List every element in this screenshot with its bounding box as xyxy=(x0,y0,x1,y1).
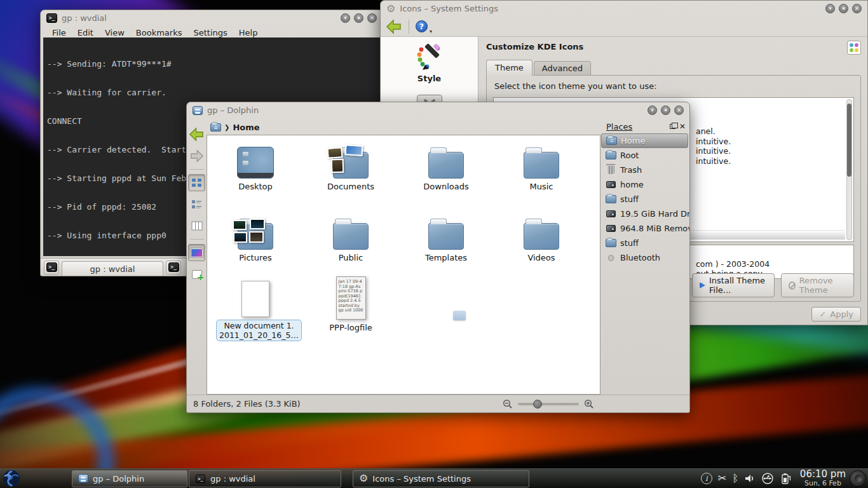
menu-bookmarks[interactable]: Bookmarks xyxy=(131,27,187,38)
minimize-button[interactable] xyxy=(825,4,835,13)
preview-toggle-button[interactable] xyxy=(188,244,205,261)
scrollbar-thumb[interactable] xyxy=(847,104,851,177)
minimize-button[interactable] xyxy=(648,105,657,115)
place-item-hard-drive[interactable]: 19.5 GiB Hard Drive xyxy=(601,207,688,221)
tab-advanced[interactable]: Advanced xyxy=(534,61,591,76)
panel-toolbox-cashew[interactable] xyxy=(850,470,866,487)
zoom-out-icon[interactable] xyxy=(503,399,513,409)
place-item-home[interactable]: Home xyxy=(601,133,688,148)
task-dolphin[interactable]: gp – Dolphin xyxy=(72,470,187,487)
panel-clock[interactable]: 06:10 pm Sun, 6 Feb xyxy=(796,469,850,488)
forward-button[interactable] xyxy=(188,147,205,165)
overview-grid-icon[interactable] xyxy=(847,41,861,55)
icons-view-button[interactable] xyxy=(188,174,205,191)
zoom-slider-handle[interactable] xyxy=(533,400,542,409)
maximize-button[interactable] xyxy=(661,105,670,115)
folder-icon xyxy=(606,239,616,247)
columns-view-button[interactable] xyxy=(188,217,205,234)
folder-label: Templates xyxy=(407,253,485,262)
close-button[interactable] xyxy=(852,4,862,13)
terminal-line: --> Waiting for carrier. xyxy=(47,88,376,97)
folder-label: Music xyxy=(502,182,581,191)
folder-item[interactable]: Desktop xyxy=(216,140,295,191)
install-theme-label: Install Theme File... xyxy=(709,276,767,295)
settings-toolbar: ? ▾ xyxy=(381,17,867,37)
place-label: Root xyxy=(620,151,639,160)
maximize-button[interactable] xyxy=(354,13,363,23)
file-item[interactable]: Jan 17 09:47:18 gp-Aspire-5738 pppd[1946… xyxy=(311,274,390,332)
folder-item[interactable]: Videos xyxy=(502,212,581,262)
pictures-folder-icon xyxy=(238,223,273,250)
bluetooth-icon[interactable]: ᛒ xyxy=(732,473,738,484)
folder-item[interactable]: Music xyxy=(502,140,581,191)
clipboard-scissors-icon[interactable]: ✂ xyxy=(718,473,726,484)
zoom-in-icon[interactable] xyxy=(584,399,594,409)
settings-tabs: Theme Advanced xyxy=(486,60,592,76)
menu-help[interactable]: Help xyxy=(234,27,263,38)
terminal-titlebar[interactable]: gp : wvdial xyxy=(41,10,383,26)
menu-view[interactable]: View xyxy=(100,27,130,38)
place-item-removable[interactable]: 964.8 MiB Remov… xyxy=(601,221,688,236)
info-icon[interactable]: i xyxy=(701,473,712,484)
photo-thumbnail xyxy=(250,219,265,229)
place-item-home-partition[interactable]: home xyxy=(601,177,688,192)
maximize-button[interactable] xyxy=(839,4,848,13)
sidebar-item-style[interactable]: Style xyxy=(417,74,441,83)
task-system-settings[interactable]: ⚙ Icons – System Settings xyxy=(353,470,529,487)
file-item-selected[interactable]: New document 1. 2011_01_20_16_5… xyxy=(216,276,295,341)
menu-edit[interactable]: Edit xyxy=(72,27,98,38)
folder-item[interactable]: Templates xyxy=(407,212,485,262)
file-label-line2: 2011_01_20_16_5… xyxy=(219,330,299,340)
launcher-button[interactable] xyxy=(0,469,23,488)
list-line: intuitive. xyxy=(696,156,731,166)
back-arrow-icon[interactable] xyxy=(386,19,402,34)
scrollbar[interactable] xyxy=(846,99,852,240)
battery-icon[interactable] xyxy=(780,473,791,484)
volume-icon[interactable] xyxy=(744,473,756,484)
zoom-slider[interactable] xyxy=(518,403,579,405)
hard-drive-icon xyxy=(606,181,616,188)
place-item-trash[interactable]: Trash xyxy=(601,163,688,177)
apply-button[interactable]: ✓ Apply xyxy=(811,307,861,322)
help-icon[interactable]: ? xyxy=(416,20,428,32)
tab-theme[interactable]: Theme xyxy=(486,60,532,76)
place-item-root[interactable]: Root xyxy=(601,148,688,163)
place-label: home xyxy=(620,180,644,189)
folder-item[interactable]: Public xyxy=(311,212,390,262)
usb-device-icon[interactable] xyxy=(761,473,774,484)
place-item-stuff-2[interactable]: stuff xyxy=(601,236,688,250)
folder-view[interactable]: Desktop Documents Downloads Music xyxy=(207,135,600,395)
new-tab-button[interactable] xyxy=(44,261,59,274)
float-panel-icon[interactable] xyxy=(670,124,675,129)
place-item-stuff[interactable]: stuff xyxy=(601,192,688,207)
folder-item[interactable]: Documents xyxy=(311,140,390,191)
breadcrumb-home[interactable]: Home xyxy=(233,123,259,132)
details-view-button[interactable] xyxy=(188,196,205,213)
home-folder-icon[interactable] xyxy=(210,123,221,132)
settings-titlebar[interactable]: ⚙ Icons – System Settings xyxy=(381,1,867,17)
dolphin-app-icon xyxy=(78,474,88,483)
photo-thumbnail xyxy=(327,147,342,159)
menu-settings[interactable]: Settings xyxy=(188,27,232,38)
terminal-tab[interactable]: gp : wvdial xyxy=(62,261,163,276)
settings-window-title: Icons – System Settings xyxy=(400,4,498,13)
place-label: stuff xyxy=(620,238,639,248)
install-theme-button[interactable]: Install Theme File... xyxy=(692,273,775,297)
terminal-tab-label: gp : wvdial xyxy=(90,264,135,274)
task-wvdial[interactable]: gp : wvdial xyxy=(189,470,341,487)
tab-list-button[interactable] xyxy=(166,261,181,274)
close-panel-icon[interactable]: ✕ xyxy=(679,122,686,131)
close-button[interactable] xyxy=(674,105,684,115)
dot xyxy=(850,48,853,52)
place-item-bluetooth[interactable]: ⚙ Bluetooth xyxy=(601,250,688,265)
folder-item[interactable]: Pictures xyxy=(216,212,295,262)
terminal-icon xyxy=(196,474,205,483)
split-view-button[interactable] xyxy=(188,266,205,283)
minimize-button[interactable] xyxy=(341,13,350,23)
back-button[interactable] xyxy=(188,126,205,143)
folder-item[interactable]: Downloads xyxy=(407,140,485,191)
remove-theme-button[interactable]: Remove Theme xyxy=(781,273,854,297)
close-button[interactable] xyxy=(367,13,377,23)
dolphin-titlebar[interactable]: gp – Dolphin xyxy=(187,102,689,118)
menu-file[interactable]: File xyxy=(47,27,71,38)
